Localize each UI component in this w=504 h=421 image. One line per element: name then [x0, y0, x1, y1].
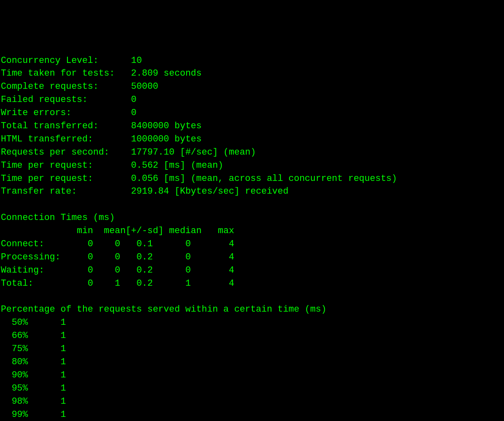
connection-row: Waiting: 0 0 0.2 0 4	[1, 264, 503, 277]
pct-value: 1	[28, 357, 66, 367]
conn-sd: 0.1	[120, 239, 153, 249]
conn-max: 4	[191, 239, 234, 249]
percentiles-title: Percentage of the requests served within…	[1, 304, 326, 315]
stat-label: Failed requests:	[1, 95, 131, 105]
conn-median: 0	[153, 239, 191, 249]
stat-label: Complete requests:	[1, 81, 131, 92]
percentile-row: 98% 1	[1, 395, 503, 408]
stat-label: Time taken for tests:	[1, 68, 131, 79]
conn-min: 0	[66, 265, 93, 275]
stat-label: Concurrency Level:	[1, 56, 131, 66]
blank-line	[1, 198, 503, 211]
stat-label: Transfer rate:	[1, 186, 131, 197]
pct-value: 1	[28, 409, 66, 420]
stat-line: Total transferred: 8400000 bytes	[1, 120, 503, 133]
stat-value: 10	[131, 56, 142, 66]
conn-mean: 1	[93, 278, 120, 289]
stat-value: 2919.84 [Kbytes/sec] received	[131, 186, 289, 197]
conn-label: Waiting:	[1, 265, 66, 275]
conn-median: 0	[153, 252, 191, 262]
pct-value: 1	[28, 317, 66, 328]
stat-label: Time per request:	[1, 160, 131, 171]
conn-max: 4	[191, 278, 234, 289]
percentile-row: 75% 1	[1, 342, 503, 356]
connection-times-title: Connection Times (ms)	[1, 213, 115, 223]
stat-line: Time per request: 0.562 [ms] (mean)	[1, 159, 503, 172]
stat-value: 50000	[131, 81, 158, 92]
connection-row: Total: 0 1 0.2 1 4	[1, 277, 503, 290]
stat-label: Requests per second:	[1, 147, 131, 157]
conn-max: 4	[191, 265, 234, 275]
pct-label: 75%	[1, 344, 28, 354]
pct-label: 98%	[1, 396, 28, 407]
pct-label: 99%	[1, 409, 28, 420]
conn-sd: 0.2	[120, 252, 153, 262]
conn-min: 0	[66, 252, 93, 262]
conn-min: 0	[66, 278, 93, 289]
stat-line: Transfer rate: 2919.84 [Kbytes/sec] rece…	[1, 185, 503, 198]
stat-value: 0.056 [ms] (mean, across all concurrent …	[131, 173, 397, 184]
stat-label: Time per request:	[1, 173, 131, 184]
conn-label: Connect:	[1, 239, 66, 249]
stat-line: Time per request: 0.056 [ms] (mean, acro…	[1, 172, 503, 185]
stat-value: 2.809 seconds	[131, 68, 202, 79]
conn-max: 4	[191, 252, 234, 262]
conn-sd: 0.2	[120, 278, 153, 289]
pct-label: 50%	[1, 317, 28, 328]
percentile-row: 95% 1	[1, 382, 503, 395]
pct-label: 90%	[1, 370, 28, 380]
pct-label: 80%	[1, 357, 28, 367]
pct-value: 1	[28, 331, 66, 341]
percentile-row: 80% 1	[1, 356, 503, 369]
conn-mean: 0	[93, 265, 120, 275]
stat-value: 0.562 [ms] (mean)	[131, 160, 223, 171]
blank-line	[1, 290, 503, 303]
stat-value: 8400000 bytes	[131, 121, 202, 131]
connection-times-header: min mean[+/-sd] median max	[1, 226, 234, 236]
stat-value: 1000000 bytes	[131, 134, 202, 144]
connection-row: Connect: 0 0 0.1 0 4	[1, 238, 503, 251]
conn-mean: 0	[93, 252, 120, 262]
pct-label: 95%	[1, 383, 28, 393]
stat-line: HTML transferred: 1000000 bytes	[1, 133, 503, 146]
section-title: Percentage of the requests served within…	[1, 303, 503, 316]
percentile-row: 99% 1	[1, 408, 503, 421]
stat-line: Failed requests: 0	[1, 93, 503, 106]
pct-value: 1	[28, 383, 66, 393]
stat-value: 17797.10 [#/sec] (mean)	[131, 147, 256, 157]
stat-value: 0	[131, 95, 136, 105]
stat-label: Total transferred:	[1, 121, 131, 131]
percentile-row: 90% 1	[1, 369, 503, 382]
conn-label: Processing:	[1, 252, 66, 262]
stat-value: 0	[131, 108, 136, 118]
conn-min: 0	[66, 239, 93, 249]
stat-label: HTML transferred:	[1, 134, 131, 144]
conn-label: Total:	[1, 278, 66, 289]
stat-line: Concurrency Level: 10	[1, 54, 503, 67]
pct-value: 1	[28, 370, 66, 380]
conn-mean: 0	[93, 239, 120, 249]
conn-median: 0	[153, 265, 191, 275]
stat-label: Write errors:	[1, 108, 131, 118]
section-title: Connection Times (ms)	[1, 211, 503, 224]
stat-line: Requests per second: 17797.10 [#/sec] (m…	[1, 146, 503, 159]
stat-line: Write errors: 0	[1, 106, 503, 120]
stat-line: Time taken for tests: 2.809 seconds	[1, 67, 503, 80]
pct-value: 1	[28, 396, 66, 407]
percentile-row: 66% 1	[1, 329, 503, 342]
conn-sd: 0.2	[120, 265, 153, 275]
percentile-row: 50% 1	[1, 316, 503, 329]
table-header: min mean[+/-sd] median max	[1, 224, 503, 238]
conn-median: 1	[153, 278, 191, 289]
pct-value: 1	[28, 344, 66, 354]
terminal-output[interactable]: Concurrency Level: 10Time taken for test…	[1, 54, 503, 421]
stat-line: Complete requests: 50000	[1, 80, 503, 93]
connection-row: Processing: 0 0 0.2 0 4	[1, 251, 503, 264]
pct-label: 66%	[1, 331, 28, 341]
